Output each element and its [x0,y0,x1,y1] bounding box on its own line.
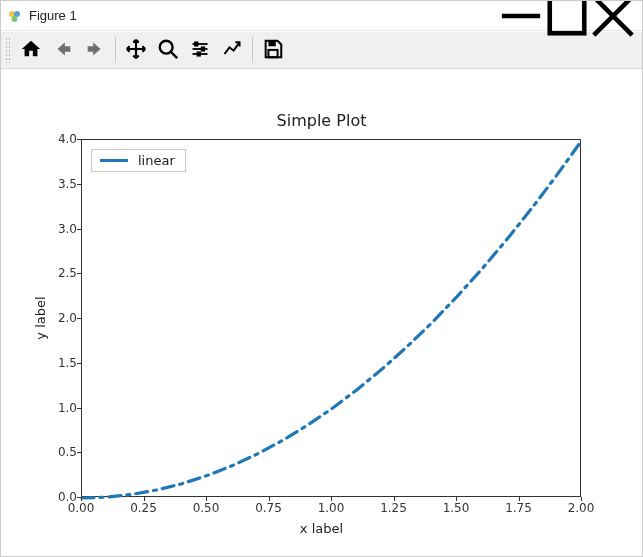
y-tick [77,408,81,409]
x-tick [269,497,270,501]
toolbar-grip [5,37,11,63]
legend-label: linear [138,153,175,168]
sliders-icon [190,39,210,62]
toolbar-separator [252,37,253,63]
svg-rect-4 [550,0,585,33]
minimize-button[interactable] [498,2,544,30]
chart-line-series [82,140,582,498]
y-tick [77,139,81,140]
x-tick [81,497,82,501]
x-tick [331,497,332,501]
y-tick [77,363,81,364]
x-tick-label: 1.00 [318,501,345,515]
back-button[interactable] [48,35,78,65]
x-tick-label: 0.75 [255,501,282,515]
arrow-left-icon [52,38,74,63]
zoom-button[interactable] [153,35,183,65]
maximize-button[interactable] [544,2,590,30]
legend: linear [91,149,186,172]
x-tick [456,497,457,501]
window-titlebar: Figure 1 [1,1,642,31]
x-tick [206,497,207,501]
x-axis-label: x label [1,521,642,536]
app-icon [7,8,23,24]
x-tick [144,497,145,501]
edit-axes-button[interactable] [217,35,247,65]
y-tick-label: 3.5 [27,177,77,191]
svg-rect-12 [195,42,198,45]
svg-rect-14 [198,52,201,55]
y-tick-label: 2.5 [27,266,77,280]
move-icon [125,38,147,63]
toolbar-separator [115,37,116,63]
arrow-right-icon [84,38,106,63]
svg-point-7 [160,40,173,53]
x-tick-label: 0.50 [193,501,220,515]
plot-area [81,139,581,497]
y-tick [77,318,81,319]
y-tick-label: 1.0 [27,401,77,415]
y-tick [77,229,81,230]
home-button[interactable] [16,35,46,65]
configure-subplots-button[interactable] [185,35,215,65]
x-tick [394,497,395,501]
x-tick-label: 0.25 [130,501,157,515]
svg-line-8 [171,51,177,57]
save-button[interactable] [258,35,288,65]
y-axis-label: y label [33,296,48,339]
save-icon [262,38,284,63]
y-tick-label: 3.0 [27,222,77,236]
chart-line-icon [222,39,242,62]
svg-rect-15 [268,40,275,46]
window-title: Figure 1 [29,8,77,23]
x-tick [581,497,582,501]
svg-point-2 [12,16,18,22]
y-tick [77,273,81,274]
x-tick-label: 1.75 [505,501,532,515]
svg-rect-13 [202,47,205,50]
x-tick-label: 2.00 [568,501,595,515]
legend-swatch [100,159,128,162]
pan-button[interactable] [121,35,151,65]
y-tick-label: 1.5 [27,356,77,370]
x-tick-label: 0.00 [68,501,95,515]
chart-title: Simple Plot [1,111,642,130]
zoom-icon [157,38,179,63]
svg-rect-16 [268,49,277,56]
home-icon [20,38,42,63]
y-tick-label: 4.0 [27,132,77,146]
y-tick [77,452,81,453]
x-tick-label: 1.25 [380,501,407,515]
y-tick [77,184,81,185]
x-tick-label: 1.50 [443,501,470,515]
figure-canvas[interactable]: Simple Plot linear 0.00.51.01.52.02.53.0… [1,69,642,557]
x-tick [519,497,520,501]
forward-button[interactable] [80,35,110,65]
close-button[interactable] [590,2,636,30]
y-tick-label: 0.5 [27,445,77,459]
